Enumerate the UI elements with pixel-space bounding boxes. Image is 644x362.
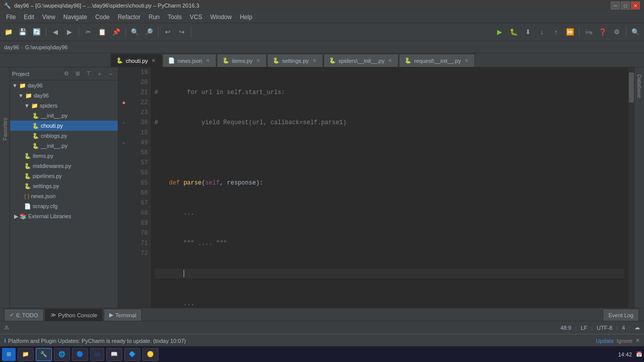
status-line-ending[interactable]: LF (581, 325, 587, 331)
gutter-22-bp[interactable]: ● (118, 98, 129, 108)
project-settings-btn[interactable]: ⚙ (61, 69, 71, 79)
close-button[interactable]: ✕ (631, 2, 640, 10)
start-button[interactable]: ⊞ (2, 348, 16, 361)
search-everywhere-btn[interactable]: 🔍 (629, 26, 642, 39)
project-collapse-btn[interactable]: − (106, 69, 116, 79)
menu-vcs[interactable]: VCS (186, 13, 206, 22)
menu-code[interactable]: Code (91, 13, 114, 22)
menu-navigate[interactable]: Navigate (59, 13, 91, 22)
taskbar-word[interactable]: W (90, 348, 104, 361)
tab-chouti-py[interactable]: 🐍 chouti.py ✕ (111, 54, 162, 67)
tree-item-settings[interactable]: 🐍 settings.py (10, 181, 118, 191)
bottom-tab-todo[interactable]: ✓ 6: TODO (4, 309, 44, 321)
tree-item-news-json[interactable]: { } news.json (10, 191, 118, 201)
copy-btn[interactable]: 📋 (96, 26, 109, 39)
taskbar-pdf[interactable]: 📖 (106, 348, 122, 361)
favorites-label[interactable]: Favorites (2, 118, 8, 140)
tree-item-init[interactable]: 🐍 __init__.py (10, 111, 118, 121)
tab-close-request-init[interactable]: ✕ (463, 57, 469, 64)
sync-btn[interactable]: 🔄 (30, 26, 43, 39)
open-dir-btn[interactable]: 📁 (2, 26, 15, 39)
bottom-tab-terminal[interactable]: ▶ Terminal (104, 309, 142, 321)
menu-tools[interactable]: Tools (164, 13, 186, 22)
fold-btn-36[interactable]: + (122, 120, 125, 126)
taskbar-pyc[interactable]: 🔧 (36, 348, 52, 361)
tab-icon-spiders-init: 🐍 (329, 57, 336, 64)
tree-item-external[interactable]: ▶ 📚 External Libraries (10, 211, 118, 221)
tree-item-chouti[interactable]: 🐍 chouti.py (10, 121, 118, 131)
dismiss-notif-btn[interactable]: ✕ (635, 337, 640, 344)
tree-item-cnblogs[interactable]: 🐍 cnblogs.py (10, 131, 118, 141)
tab-close-news[interactable]: ✕ (205, 57, 211, 64)
tab-spiders-init[interactable]: 🐍 spiders\__init__.py ✕ (324, 54, 399, 67)
database-label[interactable]: Database (636, 69, 642, 98)
status-indent[interactable]: 4 (622, 325, 625, 331)
tab-settings-py[interactable]: 🐍 settings.py ✕ (267, 54, 323, 67)
menu-run[interactable]: Run (144, 13, 164, 22)
tree-item-spiders[interactable]: ▼ 📁 spiders (10, 101, 118, 111)
menu-refactor[interactable]: Refactor (114, 13, 144, 22)
menu-help[interactable]: Help (236, 13, 257, 22)
project-scroll-btn[interactable]: ⊤ (84, 69, 94, 79)
tab-close-chouti[interactable]: ✕ (150, 57, 156, 64)
cut-btn[interactable]: ✂ (82, 26, 95, 39)
debug-btn[interactable]: 🐛 (507, 26, 520, 39)
taskbar-explorer[interactable]: 📁 (18, 348, 34, 361)
tree-item-init2[interactable]: 🐍 __init__.py (10, 141, 118, 151)
tab-close-items[interactable]: ✕ (255, 57, 261, 64)
tree-item-root-day96[interactable]: ▼ 📁 day96 (10, 80, 118, 90)
menu-edit[interactable]: Edit (20, 13, 38, 22)
step-out-btn[interactable]: ↑ (549, 26, 562, 39)
tree-item-scrapy-cfg[interactable]: 📄 scrapy.cfg (10, 201, 118, 211)
menu-window[interactable]: Window (206, 13, 236, 22)
taskbar-chrome[interactable]: 🔵 (72, 348, 88, 361)
back-btn[interactable]: ◀ (49, 26, 62, 39)
tree-item-middlewares[interactable]: 🐍 middlewares.py (10, 161, 118, 171)
help-btn[interactable]: ❓ (596, 26, 609, 39)
step-over-btn[interactable]: ⬇ (521, 26, 534, 39)
update-button[interactable]: Update (596, 338, 613, 344)
taskbar-app1[interactable]: 🔷 (124, 348, 140, 361)
minimize-button[interactable]: ─ (611, 2, 620, 10)
ant-btn[interactable]: 🐜 (582, 26, 595, 39)
project-expand-btn[interactable]: + (95, 69, 105, 79)
scroll-thumb[interactable] (629, 72, 634, 103)
search-btn[interactable]: 🔍 (128, 26, 141, 39)
tree-item-pipelines[interactable]: 🐍 pipelines.py (10, 171, 118, 181)
menu-view[interactable]: View (38, 13, 59, 22)
tree-item-items[interactable]: 🐍 items.py (10, 151, 118, 161)
tab-request-init[interactable]: 🐍 request\__init__.py ✕ (399, 54, 475, 67)
main-content: Favorites Project ⚙ ⊞ ⊤ + − ▼ 📁 day96 ▼ … (0, 67, 644, 308)
tab-news-json[interactable]: 📄 news.json ✕ (163, 54, 216, 67)
taskbar-date: 📅 (636, 351, 642, 357)
tree-item-day96-sub[interactable]: ▼ 📁 day96 (10, 90, 118, 101)
paste-btn[interactable]: 📌 (110, 26, 123, 39)
settings-btn[interactable]: ⚙ (610, 26, 623, 39)
taskbar-ie[interactable]: 🌐 (54, 348, 70, 361)
save-btn[interactable]: 💾 (16, 26, 29, 39)
taskbar-app2[interactable]: 🟡 (142, 348, 158, 361)
bottom-tab-python-console[interactable]: ≫ Python Console (45, 309, 103, 321)
redo-btn[interactable]: ↪ (175, 26, 188, 39)
tab-items-py[interactable]: 🐍 items.py ✕ (217, 54, 267, 67)
event-log-tab[interactable]: Event Log (603, 309, 639, 321)
code-editor[interactable]: ● + + 19 20 21 22 23 36 18 49 (118, 67, 634, 308)
project-layout-btn[interactable]: ⊞ (72, 69, 83, 79)
breadcrumb-path[interactable]: G:\wupeiqi\day96 (25, 44, 68, 50)
resume-btn[interactable]: ⏩ (564, 26, 577, 39)
code-minimap[interactable] (628, 67, 634, 308)
replace-btn[interactable]: 🔎 (142, 26, 155, 39)
step-into-btn[interactable]: ↓ (535, 26, 548, 39)
tab-close-settings[interactable]: ✕ (311, 57, 317, 64)
fold-btn-49[interactable]: + (122, 140, 125, 146)
status-encoding[interactable]: UTF-8 (597, 325, 612, 331)
tab-close-spiders-init[interactable]: ✕ (387, 57, 393, 64)
undo-btn[interactable]: ↩ (161, 26, 174, 39)
menu-file[interactable]: File (2, 13, 20, 22)
breadcrumb-day96[interactable]: day96 (4, 44, 19, 50)
ignore-button[interactable]: Ignore (617, 338, 632, 344)
run-btn[interactable]: ▶ (493, 26, 506, 39)
forward-btn[interactable]: ▶ (63, 26, 76, 39)
maximize-button[interactable]: □ (621, 2, 630, 10)
code-editor-content[interactable]: # for url in self.start_urls: # yield Re… (150, 67, 628, 308)
